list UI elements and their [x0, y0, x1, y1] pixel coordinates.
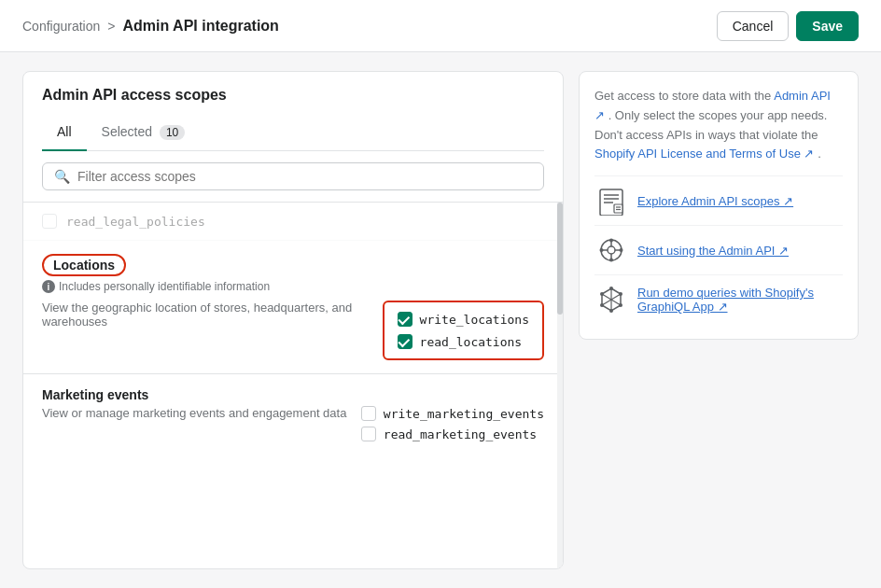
graphql-icon	[594, 283, 628, 316]
locations-section: Locations i Includes personally identifi…	[23, 241, 563, 374]
info-text: Get access to store data with the Admin …	[594, 87, 843, 164]
read-locations-checkbox[interactable]	[398, 334, 413, 349]
left-panel: Admin API access scopes All Selected 10 …	[22, 71, 564, 569]
graphql-row: Run demo queries with Shopify's GraphiQL…	[594, 274, 843, 324]
search-input[interactable]	[77, 169, 532, 184]
locations-header: Locations	[42, 254, 544, 276]
topbar-actions: Cancel Save	[717, 11, 859, 41]
svg-point-14	[609, 259, 613, 262]
explore-api-link[interactable]: Explore Admin API scopes ↗	[637, 194, 793, 208]
svg-point-15	[600, 248, 604, 252]
graphql-label: Run demo queries with Shopify's GraphiQL…	[637, 286, 814, 314]
locations-desc: View the geographic location of stores, …	[42, 301, 371, 360]
marketing-title: Marketing events	[42, 387, 148, 402]
graphql-link[interactable]: Run demo queries with Shopify's GraphiQL…	[637, 286, 843, 314]
tab-all[interactable]: All	[42, 115, 87, 151]
write-locations-label: write_locations	[420, 313, 529, 327]
cancel-button[interactable]: Cancel	[717, 11, 790, 41]
tabs: All Selected 10	[42, 115, 544, 151]
main-content: Admin API access scopes All Selected 10 …	[0, 52, 881, 588]
locations-title: Locations	[42, 254, 126, 276]
start-api-label: Start using the Admin API ↗	[637, 244, 789, 258]
panel-header: Admin API access scopes All Selected 10	[23, 72, 563, 151]
search-input-wrap[interactable]: 🔍	[42, 162, 544, 190]
svg-point-8	[608, 246, 615, 254]
locations-checkbox-group: write_locations read_locations	[383, 301, 544, 360]
read-marketing-label: read_marketing_events	[384, 427, 537, 441]
topbar: Configuration > Admin API integration Ca…	[0, 0, 881, 52]
tab-selected-label: Selected	[102, 124, 152, 139]
breadcrumb-parent[interactable]: Configuration	[22, 19, 100, 34]
locations-checkboxes: write_locations read_locations	[383, 301, 544, 360]
read-locations-label: read_locations	[420, 335, 523, 349]
scroll-thumb[interactable]	[557, 203, 563, 315]
checkbox-placeholder	[42, 214, 57, 229]
read-marketing-checkbox[interactable]	[361, 427, 376, 441]
tab-selected-badge: 10	[160, 125, 185, 140]
blurred-scope-item: read_legal_policies	[23, 203, 563, 241]
svg-point-13	[609, 239, 613, 243]
svg-rect-4	[614, 204, 622, 213]
breadcrumb-current: Admin API integration	[122, 18, 278, 35]
breadcrumb-separator: >	[107, 19, 115, 34]
marketing-section: Marketing events View or manage marketin…	[23, 374, 563, 455]
breadcrumb: Configuration > Admin API integration	[22, 18, 279, 35]
marketing-desc: View or manage marketing events and enga…	[42, 406, 350, 441]
info-text-2: . Only select the scopes your app needs.…	[594, 108, 827, 142]
locations-read-row: read_locations	[398, 334, 529, 349]
shopify-api-link[interactable]: Shopify API License and Terms of Use ↗	[594, 147, 815, 161]
explore-api-row: Explore Admin API scopes ↗	[594, 175, 843, 225]
marketing-checkboxes: write_marketing_events read_marketing_ev…	[361, 406, 544, 441]
locations-info: i Includes personally identifiable infor…	[42, 280, 544, 293]
write-locations-checkbox[interactable]	[398, 312, 413, 327]
tab-selected[interactable]: Selected 10	[87, 115, 201, 151]
marketing-write-row: write_marketing_events	[361, 406, 544, 421]
locations-body: View the geographic location of stores, …	[42, 301, 544, 360]
write-marketing-checkbox[interactable]	[361, 406, 376, 421]
info-text-1: Get access to store data with the	[594, 89, 774, 103]
panel-title: Admin API access scopes	[42, 87, 544, 104]
search-icon: 🔍	[54, 169, 70, 184]
explore-api-icon	[594, 184, 628, 217]
info-text-3: .	[818, 147, 821, 161]
locations-write-row: write_locations	[398, 312, 529, 327]
scroll-indicator	[557, 203, 563, 568]
blurred-scope-label: read_legal_policies	[66, 215, 205, 229]
info-icon: i	[42, 280, 55, 293]
write-marketing-label: write_marketing_events	[384, 407, 544, 421]
marketing-read-row: read_marketing_events	[361, 427, 544, 441]
start-api-row: Start using the Admin API ↗	[594, 225, 843, 274]
right-panel: Get access to store data with the Admin …	[579, 71, 859, 569]
scope-list: read_legal_policies Locations i Includes…	[23, 202, 563, 568]
start-api-icon	[594, 233, 628, 267]
search-bar: 🔍	[23, 151, 563, 202]
info-card: Get access to store data with the Admin …	[579, 71, 859, 340]
explore-api-label: Explore Admin API scopes ↗	[637, 194, 793, 208]
start-api-link[interactable]: Start using the Admin API ↗	[637, 244, 789, 258]
save-button[interactable]: Save	[796, 11, 859, 41]
locations-info-text: Includes personally identifiable informa…	[59, 280, 270, 293]
marketing-header: Marketing events	[42, 387, 544, 402]
marketing-body: View or manage marketing events and enga…	[42, 406, 544, 441]
svg-point-16	[620, 248, 623, 252]
